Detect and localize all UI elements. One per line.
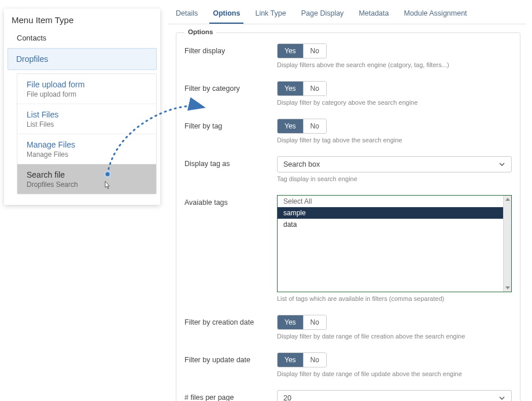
filter-display-toggle: Yes No [277, 43, 327, 58]
tab-page-display[interactable]: Page Display [298, 3, 348, 24]
filter-display-no[interactable]: No [303, 44, 326, 58]
tab-module-assignment[interactable]: Module Assignment [401, 3, 471, 24]
scroll-up-icon [505, 198, 510, 201]
tab-details[interactable]: Details [172, 3, 201, 24]
menu-item-manage-files[interactable]: Manage Files Manage Files [17, 134, 156, 164]
section-dropfiles[interactable]: Dropfiles [8, 48, 157, 70]
filter-update-no[interactable]: No [303, 353, 326, 367]
filter-update-toggle: Yes No [277, 352, 327, 367]
row-filter-display: Filter display Yes No Display filters ab… [184, 43, 512, 68]
filter-creation-yes[interactable]: Yes [278, 315, 303, 329]
dropfiles-items-list: File upload form File upload form List F… [17, 73, 157, 194]
filter-category-no[interactable]: No [303, 82, 326, 95]
menu-item-type-panel: Menu Item Type Contacts Dropfiles File u… [4, 9, 160, 205]
filter-tag-toggle: Yes No [277, 119, 327, 134]
filter-tag-yes[interactable]: Yes [278, 119, 303, 133]
options-fieldset: Options Filter display Yes No Display fi… [176, 32, 520, 401]
row-filter-update: Filter by update date Yes No Display fil… [184, 352, 512, 377]
tag-option-select-all[interactable]: Select All [278, 196, 511, 207]
options-legend: Options [184, 28, 216, 35]
row-filter-category: Filter by category Yes No Display filter… [184, 81, 512, 106]
filter-category-yes[interactable]: Yes [278, 82, 303, 95]
filter-update-yes[interactable]: Yes [278, 353, 303, 367]
filter-creation-toggle: Yes No [277, 315, 327, 330]
row-available-tags: Avaiable tags Select All sample data Lis… [184, 195, 512, 302]
tabs-bar: Details Options Link Type Page Display M… [168, 3, 526, 24]
menu-item-search-file[interactable]: Search file Dropfiles Search [17, 164, 156, 194]
menu-item-file-upload[interactable]: File upload form File upload form [17, 74, 156, 104]
row-filter-creation: Filter by creation date Yes No Display f… [184, 315, 512, 340]
tag-option-sample[interactable]: sample [278, 207, 511, 219]
right-panel: Details Options Link Type Page Display M… [168, 3, 526, 401]
files-per-page-select[interactable]: 20 [277, 390, 512, 401]
row-display-tag-as: Display tag as Search box Tag display in… [184, 156, 512, 182]
tab-link-type[interactable]: Link Type [252, 3, 289, 24]
row-filter-tag: Filter by tag Yes No Display filter by t… [184, 119, 512, 144]
section-contacts[interactable]: Contacts [4, 30, 160, 46]
filter-creation-no[interactable]: No [303, 315, 326, 329]
chevron-down-icon [498, 161, 505, 168]
chevron-down-icon [498, 395, 505, 401]
row-files-per-page: # files per page 20 Number of files per … [184, 390, 512, 401]
filter-display-yes[interactable]: Yes [278, 44, 303, 58]
tag-option-data[interactable]: data [278, 219, 511, 230]
panel-title: Menu Item Type [4, 9, 160, 30]
tab-options[interactable]: Options [209, 3, 243, 24]
scroll-down-icon [505, 286, 510, 289]
filter-category-toggle: Yes No [277, 81, 327, 96]
filter-tag-no[interactable]: No [303, 119, 326, 133]
listbox-scrollbar[interactable] [503, 196, 511, 292]
display-tag-as-select[interactable]: Search box [277, 156, 512, 172]
tab-metadata[interactable]: Metadata [355, 3, 392, 24]
available-tags-listbox[interactable]: Select All sample data [277, 195, 512, 292]
menu-item-list-files[interactable]: List Files List Files [17, 104, 156, 134]
